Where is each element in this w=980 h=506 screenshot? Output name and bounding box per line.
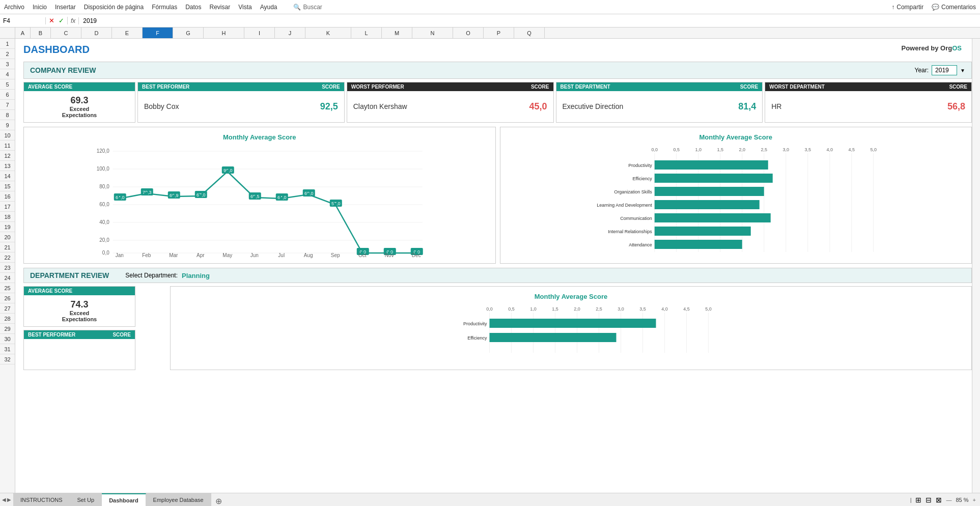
svg-text:1,0: 1,0 <box>530 306 537 312</box>
col-header-p[interactable]: P <box>484 27 514 38</box>
row-num-14[interactable]: 14 <box>0 171 15 181</box>
col-header-i[interactable]: I <box>244 27 275 38</box>
col-header-h[interactable]: H <box>204 27 244 38</box>
row-num-15[interactable]: 15 <box>0 181 15 191</box>
year-input[interactable] <box>932 65 957 75</box>
row-num-17[interactable]: 17 <box>0 202 15 212</box>
row-num-29[interactable]: 29 <box>0 324 15 334</box>
menu-revisar[interactable]: Revisar <box>210 4 231 11</box>
tab-nav-next[interactable]: ▶ <box>7 497 11 502</box>
year-dropdown-icon[interactable]: ▼ <box>960 68 965 73</box>
row-num-19[interactable]: 19 <box>0 222 15 232</box>
row-num-30[interactable]: 30 <box>0 334 15 344</box>
row-num-20[interactable]: 20 <box>0 232 15 242</box>
row-num-24[interactable]: 24 <box>0 273 15 283</box>
row-num-18[interactable]: 18 <box>0 212 15 222</box>
row-num-8[interactable]: 8 <box>0 110 15 120</box>
menu-vista[interactable]: Vista <box>238 4 251 11</box>
view-normal-icon[interactable]: ⊞ <box>915 496 921 504</box>
row-num-21[interactable]: 21 <box>0 242 15 252</box>
col-header-e[interactable]: E <box>112 27 143 38</box>
menu-insertar[interactable]: Insertar <box>55 4 76 11</box>
menu-archivo[interactable]: Archivo <box>4 4 24 11</box>
row-num-12[interactable]: 12 <box>0 151 15 161</box>
row-num-28[interactable]: 28 <box>0 314 15 324</box>
row-num-11[interactable]: 11 <box>0 140 15 151</box>
row-num-16[interactable]: 16 <box>0 191 15 202</box>
view-layout-icon[interactable]: ⊟ <box>926 496 932 504</box>
svg-text:4,5: 4,5 <box>848 147 855 152</box>
col-header-d[interactable]: D <box>81 27 112 38</box>
dept-best-header: BEST PERFORMER SCORE <box>24 330 135 339</box>
col-header-o[interactable]: O <box>453 27 484 38</box>
row-num-2[interactable]: 2 <box>0 49 15 59</box>
svg-rect-120 <box>490 319 656 328</box>
cancel-formula-icon[interactable]: ✕ <box>48 17 55 24</box>
dept-content: AVERAGE SCORE 74.3 Exceed Expectations B… <box>23 286 972 370</box>
row-num-6[interactable]: 6 <box>0 90 15 100</box>
comments-button[interactable]: 💬 Comentarios <box>932 4 976 11</box>
tab-dashboard[interactable]: Dashboard <box>102 493 146 506</box>
svg-text:Internal Relationships: Internal Relationships <box>608 229 652 234</box>
svg-text:1,0: 1,0 <box>695 147 702 152</box>
share-button[interactable]: ↑ Compartir <box>891 4 923 11</box>
worst-dept-body: HR 56,8 <box>765 91 971 122</box>
row-num-25[interactable]: 25 <box>0 283 15 293</box>
col-header-q[interactable]: Q <box>514 27 545 38</box>
row-num-22[interactable]: 22 <box>0 252 15 263</box>
confirm-formula-icon[interactable]: ✓ <box>58 17 65 24</box>
row-num-3[interactable]: 3 <box>0 59 15 69</box>
col-header-j[interactable]: J <box>275 27 305 38</box>
col-header-f[interactable]: F <box>143 27 173 38</box>
tab-employee-db[interactable]: Employee Database <box>146 493 211 506</box>
worst-performer-body: Clayton Kershaw 45,0 <box>347 91 553 122</box>
view-pagebreak-icon[interactable]: ⊠ <box>936 496 942 504</box>
col-header-b[interactable]: B <box>31 27 51 38</box>
row-num-9[interactable]: 9 <box>0 120 15 130</box>
row-num-32[interactable]: 32 <box>0 354 15 364</box>
col-header-a[interactable]: A <box>15 27 31 38</box>
cell-reference[interactable]: F4 <box>0 17 46 24</box>
col-header-n[interactable]: N <box>412 27 453 38</box>
menu-disposicion[interactable]: Disposición de página <box>84 4 144 11</box>
menu-formulas[interactable]: Fórmulas <box>152 4 177 11</box>
tab-nav-prev[interactable]: ◀ <box>2 497 6 502</box>
tab-setup[interactable]: Set Up <box>70 493 102 506</box>
add-sheet-button[interactable]: ⊕ <box>211 496 226 506</box>
svg-text:2,0: 2,0 <box>574 306 580 312</box>
row-num-26[interactable]: 26 <box>0 293 15 303</box>
svg-rect-88 <box>654 213 770 222</box>
formula-value[interactable]: 2019 <box>79 17 101 24</box>
row-num-7[interactable]: 7 <box>0 100 15 110</box>
svg-text:4,0: 4,0 <box>826 147 833 152</box>
col-header-k[interactable]: K <box>305 27 351 38</box>
col-header-c[interactable]: C <box>51 27 81 38</box>
svg-point-50 <box>118 197 121 200</box>
zoom-slider[interactable]: + <box>973 497 976 503</box>
row-num-1[interactable]: 1 <box>0 39 15 49</box>
svg-text:20,0: 20,0 <box>99 237 109 243</box>
col-header-g[interactable]: G <box>173 27 204 38</box>
row-num-27[interactable]: 27 <box>0 303 15 314</box>
svg-text:4,0: 4,0 <box>661 306 668 312</box>
row-num-4[interactable]: 4 <box>0 69 15 79</box>
row-num-5[interactable]: 5 <box>0 79 15 90</box>
svg-text:120,0: 120,0 <box>97 148 109 154</box>
vertical-scrollbar[interactable] <box>972 39 980 493</box>
menu-datos[interactable]: Datos <box>185 4 201 11</box>
col-header-l[interactable]: L <box>351 27 382 38</box>
fx-icon[interactable]: fx <box>68 17 79 24</box>
best-dept-header: BEST DEPARTMENT SCORE <box>556 82 763 91</box>
row-num-31[interactable]: 31 <box>0 344 15 354</box>
col-header-m[interactable]: M <box>382 27 412 38</box>
row-num-13[interactable]: 13 <box>0 161 15 171</box>
row-num-23[interactable]: 23 <box>0 263 15 273</box>
menu-inicio[interactable]: Inicio <box>33 4 47 11</box>
row-num-10[interactable]: 10 <box>0 130 15 140</box>
content-area: DASHBOARD Powered by OrgOS COMPANY REVIE… <box>15 39 980 493</box>
tab-instructions[interactable]: INSTRUCTIONS <box>13 493 70 506</box>
svg-text:Organization Skills: Organization Skills <box>614 189 652 194</box>
svg-text:2,5: 2,5 <box>596 306 602 312</box>
menu-ayuda[interactable]: Ayuda <box>260 4 277 11</box>
svg-text:0,0: 0,0 <box>102 250 109 256</box>
